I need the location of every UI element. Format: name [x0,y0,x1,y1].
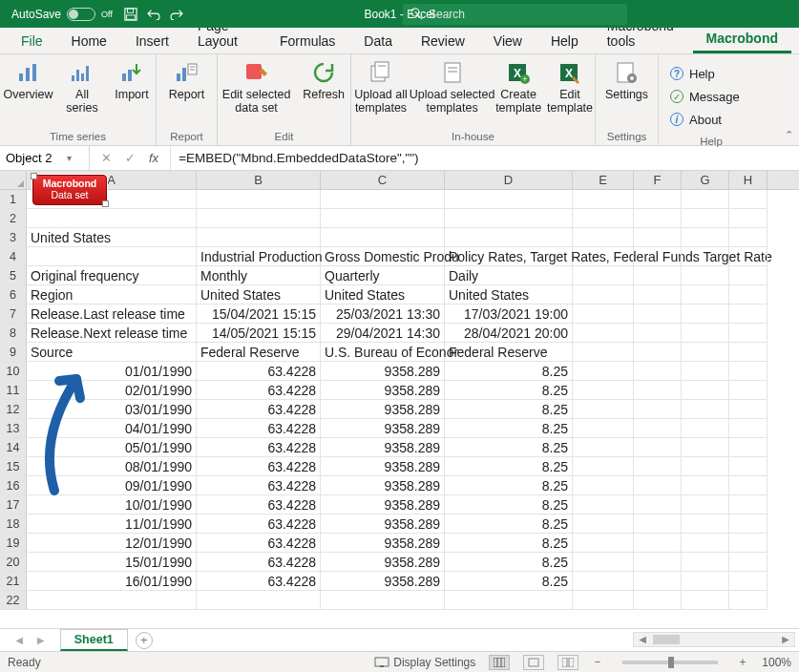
cell[interactable] [321,591,445,610]
cell[interactable]: 63.4228 [197,362,321,381]
cell[interactable] [197,209,321,228]
cell[interactable] [682,381,729,400]
cell[interactable]: 8.25 [445,572,573,591]
cell[interactable] [729,419,767,438]
row-header[interactable]: 10 [0,362,27,381]
cell[interactable] [729,304,767,324]
cell[interactable]: Industrial Production [197,247,321,266]
cell[interactable]: Region [27,285,197,304]
cell[interactable] [197,228,321,247]
cell[interactable]: 63.4228 [197,476,321,495]
row-header[interactable]: 14 [0,438,27,457]
cell[interactable]: 9358.289 [321,572,445,591]
cell[interactable] [634,514,682,534]
cell[interactable]: 9358.289 [321,495,445,514]
row-header[interactable]: 8 [0,324,27,343]
tab-file[interactable]: File [8,28,56,53]
dropdown-icon[interactable]: ▾ [67,153,72,163]
cell[interactable]: 9358.289 [321,362,445,381]
cell[interactable] [445,591,573,610]
cell[interactable]: 63.4228 [197,534,321,553]
row-header[interactable]: 2 [0,209,27,228]
col-header[interactable]: H [729,171,767,189]
cell[interactable] [573,190,634,209]
cell[interactable]: Monthly [197,266,321,285]
cell[interactable]: 11/01/1990 [27,514,197,534]
col-header[interactable]: G [682,171,729,189]
cell[interactable] [682,400,729,419]
cell[interactable]: 29/04/2021 14:30 [321,324,445,343]
cell[interactable]: Federal Reserve [197,343,321,362]
cell[interactable]: 8.25 [445,457,573,476]
row-header[interactable]: 3 [0,228,27,247]
row-header[interactable]: 9 [0,343,27,362]
row-header[interactable]: 7 [0,304,27,324]
cell[interactable]: 63.4228 [197,381,321,400]
cell[interactable] [682,209,729,228]
cell[interactable] [573,534,634,553]
cell[interactable] [729,457,767,476]
cell[interactable] [634,534,682,553]
cell[interactable]: 17/03/2021 19:00 [445,304,573,324]
scrollbar-thumb[interactable] [653,635,680,644]
report-button[interactable]: Report [161,58,213,130]
save-icon[interactable] [124,8,137,21]
cell[interactable] [729,553,767,572]
page-break-view-icon[interactable] [557,655,578,670]
tab-insert[interactable]: Insert [122,28,182,53]
cell[interactable]: 28/04/2021 20:00 [445,324,573,343]
col-header[interactable]: F [634,171,682,189]
cell[interactable]: Original frequency [27,266,197,285]
cell[interactable] [682,266,729,285]
redo-icon[interactable] [170,9,183,20]
cell[interactable]: 8.25 [445,419,573,438]
cell[interactable]: 15/04/2021 15:15 [197,304,321,324]
undo-icon[interactable] [147,9,160,20]
cell[interactable] [573,266,634,285]
refresh-button[interactable]: Refresh [297,58,350,130]
cell[interactable] [634,400,682,419]
cell[interactable]: 9358.289 [321,419,445,438]
cell[interactable] [729,495,767,514]
import-button[interactable]: Import [108,58,156,130]
cell[interactable]: Release.Next release time [27,324,197,343]
cell[interactable]: 25/03/2021 13:30 [321,304,445,324]
cell[interactable] [729,209,767,228]
row-header[interactable]: 18 [0,514,27,534]
all-series-button[interactable]: All series [58,58,106,130]
cell[interactable] [445,209,573,228]
cell[interactable]: 12/01/1990 [27,534,197,553]
cell[interactable] [682,228,729,247]
cell[interactable]: 16/01/1990 [27,572,197,591]
scroll-right-icon[interactable]: ► [777,633,794,646]
cell[interactable] [197,190,321,209]
cell[interactable] [682,553,729,572]
cell[interactable] [634,266,682,285]
cell[interactable] [729,247,767,266]
col-header[interactable]: E [573,171,634,189]
search-box[interactable]: Search [403,4,627,25]
row-header[interactable]: 21 [0,572,27,591]
cell[interactable]: 63.4228 [197,553,321,572]
cell[interactable]: 63.4228 [197,495,321,514]
cell[interactable] [634,228,682,247]
cell[interactable]: Source [27,343,197,362]
page-layout-view-icon[interactable] [523,655,544,670]
cell[interactable]: Federal Reserve [445,343,573,362]
display-settings-button[interactable]: Display Settings [374,656,475,669]
edit-template-button[interactable]: XEdit template [545,58,595,130]
cell[interactable] [729,362,767,381]
cell[interactable]: 08/01/1990 [27,457,197,476]
row-header[interactable]: 12 [0,400,27,419]
prev-sheet-icon[interactable]: ◄ [13,634,25,647]
cell[interactable] [573,553,634,572]
name-box-input[interactable] [6,151,63,165]
zoom-in-icon[interactable]: ＋ [737,654,748,670]
cell[interactable]: U.S. Bureau of Econor [321,343,445,362]
zoom-slider[interactable] [622,661,718,664]
cell[interactable] [634,591,682,610]
confirm-icon[interactable]: ✓ [125,151,136,165]
cell[interactable] [634,190,682,209]
cell[interactable] [682,591,729,610]
cell[interactable]: 63.4228 [197,400,321,419]
